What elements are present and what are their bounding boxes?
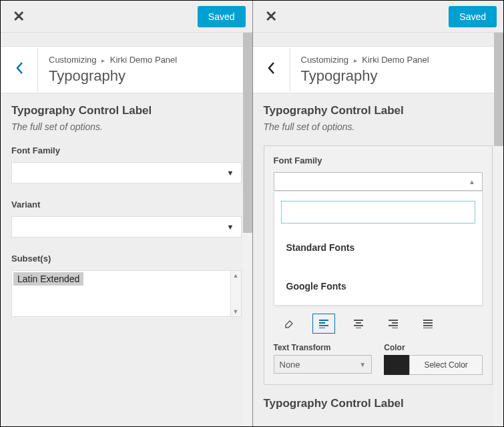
align-justify-button[interactable] xyxy=(417,314,439,334)
control-description: The full set of options. xyxy=(264,121,493,132)
align-justify-icon xyxy=(423,319,433,328)
scroll-thumb[interactable] xyxy=(494,33,503,146)
pane-scrollbar[interactable] xyxy=(494,33,503,426)
chevron-down-icon: ▼ xyxy=(227,223,234,231)
breadcrumb-panel: Kirki Demo Panel xyxy=(110,55,177,65)
align-left-icon xyxy=(318,319,329,328)
control-title: Typography Control Label xyxy=(264,104,493,117)
chevron-down-icon: ▼ xyxy=(227,169,234,177)
saved-button[interactable]: Saved xyxy=(198,6,246,27)
back-button[interactable] xyxy=(1,48,38,92)
variant-label: Variant xyxy=(11,199,242,209)
topbar: ✕ Saved xyxy=(253,1,504,33)
chevron-left-icon xyxy=(266,61,276,75)
topbar: ✕ Saved xyxy=(1,1,252,33)
typography-control-group: Font Family ▲ Standard Fonts Google Font… xyxy=(264,145,493,385)
chevron-up-icon: ▲ xyxy=(469,178,475,185)
align-right-button[interactable] xyxy=(382,314,405,334)
control-title-second: Typography Control Label xyxy=(264,397,493,410)
customizer-pane-collapsed: ✕ Saved Customizing ▸ Kirki Demo Panel T… xyxy=(1,1,252,426)
pane-scrollbar[interactable] xyxy=(243,33,252,426)
section-header: Customizing ▸ Kirki Demo Panel Typograph… xyxy=(1,46,252,93)
align-right-icon xyxy=(388,319,399,328)
section-title: Typography xyxy=(49,67,242,85)
breadcrumb-sep-icon: ▸ xyxy=(101,57,105,64)
align-left-button[interactable] xyxy=(312,314,335,334)
back-button[interactable] xyxy=(253,48,290,92)
color-swatch xyxy=(384,355,409,375)
font-group-google[interactable]: Google Fonts xyxy=(281,274,476,298)
section-title: Typography xyxy=(301,67,493,85)
breadcrumb-root: Customizing xyxy=(301,55,349,65)
text-align-row xyxy=(274,314,483,334)
font-family-label: Font Family xyxy=(11,145,242,155)
scroll-thumb[interactable] xyxy=(243,33,252,233)
customizer-pane-expanded: ✕ Saved Customizing ▸ Kirki Demo Panel T… xyxy=(252,1,504,426)
text-transform-value: None xyxy=(280,360,300,370)
breadcrumb-root: Customizing xyxy=(49,55,97,65)
subsets-option-selected[interactable]: Latin Extended xyxy=(13,272,83,286)
scroll-up-icon[interactable]: ▲ xyxy=(233,272,239,279)
saved-button[interactable]: Saved xyxy=(449,6,497,27)
align-center-button[interactable] xyxy=(347,314,370,334)
close-icon[interactable]: ✕ xyxy=(7,5,30,28)
subsets-label: Subset(s) xyxy=(11,254,242,264)
align-center-icon xyxy=(353,319,364,328)
scroll-down-icon[interactable]: ▼ xyxy=(233,308,239,315)
color-picker[interactable]: Select Color xyxy=(384,355,483,375)
text-transform-select[interactable]: None ▼ xyxy=(274,355,372,374)
variant-select[interactable]: ▼ xyxy=(11,216,242,238)
font-group-standard[interactable]: Standard Fonts xyxy=(281,236,476,260)
align-clear-button[interactable] xyxy=(278,314,300,334)
color-label: Color xyxy=(384,343,483,352)
breadcrumb-sep-icon: ▸ xyxy=(354,57,357,64)
close-icon[interactable]: ✕ xyxy=(260,5,282,28)
text-transform-label: Text Transform xyxy=(274,343,372,352)
font-family-label: Font Family xyxy=(274,155,483,165)
breadcrumb: Customizing ▸ Kirki Demo Panel xyxy=(301,55,493,65)
eraser-icon xyxy=(284,318,294,329)
multiselect-scrollbar[interactable]: ▲ ▼ xyxy=(230,271,241,316)
font-family-select[interactable]: ▼ xyxy=(11,162,242,183)
font-family-select[interactable]: ▲ xyxy=(274,172,483,191)
section-header: Customizing ▸ Kirki Demo Panel Typograph… xyxy=(253,46,504,93)
breadcrumb: Customizing ▸ Kirki Demo Panel xyxy=(49,55,242,65)
control-title: Typography Control Label xyxy=(11,104,242,117)
chevron-down-icon: ▼ xyxy=(359,361,366,368)
breadcrumb-panel: Kirki Demo Panel xyxy=(362,55,429,65)
control-description: The full set of options. xyxy=(11,121,242,132)
font-family-dropdown: Standard Fonts Google Fonts xyxy=(274,191,483,306)
font-search-input[interactable] xyxy=(281,201,476,224)
select-color-button[interactable]: Select Color xyxy=(409,355,483,375)
chevron-left-icon xyxy=(15,61,24,75)
subsets-multiselect[interactable]: Latin Extended ▲ ▼ xyxy=(11,270,242,317)
